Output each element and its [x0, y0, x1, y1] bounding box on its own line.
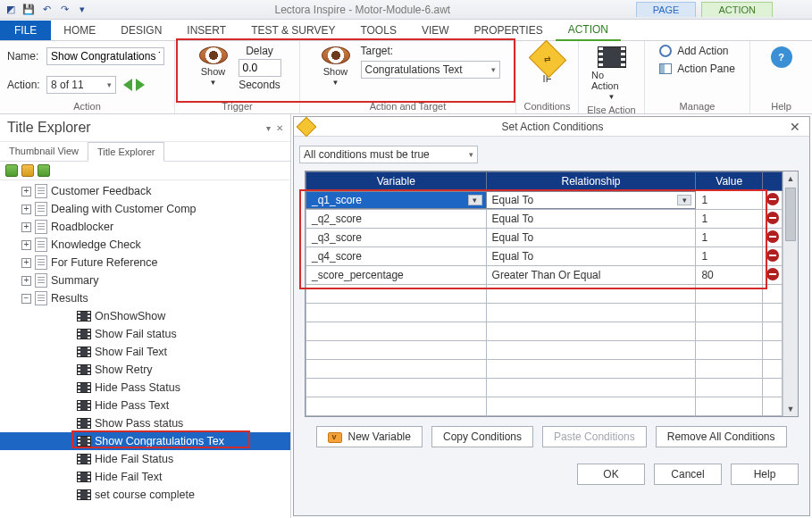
variable-cell[interactable]: _q2_score	[306, 210, 486, 228]
ribbon-tab-tools[interactable]: TOOLS	[347, 21, 408, 40]
ribbon-tab-file[interactable]: FILE	[0, 21, 51, 40]
relationship-cell[interactable]: Equal To	[486, 191, 697, 209]
add-action-button[interactable]: Add Action	[659, 45, 728, 57]
condition-row-empty[interactable]	[306, 360, 783, 379]
ribbon-tab-action[interactable]: ACTION	[556, 20, 621, 41]
tree-action[interactable]: set course complete	[0, 486, 290, 504]
tree-page[interactable]: +Dealing with Customer Comp	[0, 200, 290, 218]
relationship-cell[interactable]: Greater Than Or Equal	[487, 266, 696, 284]
ribbon-tab-test[interactable]: TEST & SURVEY	[239, 21, 347, 40]
relationship-cell[interactable]: Equal To	[487, 247, 696, 265]
expand-icon[interactable]: +	[21, 240, 31, 250]
condition-row-empty[interactable]	[306, 285, 783, 304]
expand-icon[interactable]: −	[21, 294, 31, 304]
expand-icon[interactable]: +	[21, 205, 31, 214]
help-button[interactable]: ?	[766, 45, 798, 70]
tree-action[interactable]: Show Fail status	[0, 325, 290, 343]
expand-icon[interactable]: +	[21, 276, 31, 286]
resource-icon[interactable]	[21, 164, 34, 177]
help-button[interactable]: Help	[731, 464, 799, 485]
condition-row[interactable]: _score_percentage Greater Than Or Equal …	[306, 266, 783, 285]
tree-page[interactable]: +For Future Reference	[0, 254, 290, 272]
value-cell[interactable]: 1	[696, 210, 762, 228]
target-combo[interactable]: Congratulations Text	[361, 61, 500, 79]
action-pane-button[interactable]: Action Pane	[659, 63, 735, 75]
tree[interactable]: +Customer Feedback+Dealing with Customer…	[0, 180, 290, 518]
condition-row-empty[interactable]	[306, 379, 783, 397]
delete-row-icon[interactable]	[766, 193, 779, 205]
tree-page[interactable]: +Roadblocker	[0, 218, 290, 236]
grid-scrollbar[interactable]: ▲ ▼	[783, 171, 798, 416]
condition-row[interactable]: _q1_score Equal To 1	[306, 191, 783, 210]
tree-page[interactable]: +Summary	[0, 272, 290, 289]
value-cell[interactable]: 1	[696, 247, 762, 265]
save-icon[interactable]: 💾	[21, 3, 36, 17]
variable-cell[interactable]: _q1_score	[306, 191, 487, 209]
ok-button[interactable]: OK	[577, 464, 645, 485]
delay-input[interactable]	[239, 59, 281, 77]
context-tab-page[interactable]: PAGE	[636, 2, 697, 17]
next-action-icon[interactable]	[136, 79, 148, 91]
condition-row[interactable]: _q2_score Equal To 1	[306, 210, 783, 229]
tab-thumbnail[interactable]: Thumbnail View	[0, 142, 88, 161]
else-action-button[interactable]: No Action▼	[586, 45, 637, 103]
condition-row[interactable]: _q3_score Equal To 1	[306, 229, 783, 247]
expand-icon[interactable]: +	[21, 187, 31, 196]
condition-row[interactable]: _q4_score Equal To 1	[306, 247, 783, 266]
tab-title-explorer[interactable]: Title Explorer	[88, 142, 164, 162]
tree-page[interactable]: −Results	[0, 289, 290, 307]
undo-icon[interactable]: ↶	[39, 3, 54, 17]
delete-row-icon[interactable]	[766, 212, 779, 224]
value-cell[interactable]: 80	[696, 266, 762, 284]
tree-action[interactable]: Show Fail Text	[0, 343, 290, 361]
ribbon-tab-home[interactable]: HOME	[51, 21, 108, 40]
trigger-show-button[interactable]: Show▼	[194, 45, 233, 88]
cancel-button[interactable]: Cancel	[654, 464, 722, 485]
ribbon-tab-view[interactable]: VIEW	[409, 21, 462, 40]
condition-row-empty[interactable]	[306, 322, 783, 341]
resource-icon[interactable]	[5, 164, 18, 177]
panel-menu-icon[interactable]: ▾ ✕	[266, 123, 283, 133]
redo-icon[interactable]: ↷	[57, 3, 71, 17]
tree-action[interactable]: Hide Pass Status	[0, 379, 290, 397]
tree-page[interactable]: +Customer Feedback	[0, 182, 290, 200]
ribbon-tab-properties[interactable]: PROPERTIES	[462, 21, 556, 40]
copy-conditions-button[interactable]: Copy Conditions	[431, 426, 533, 447]
variable-cell[interactable]: _q3_score	[306, 229, 486, 246]
variable-cell[interactable]: _score_percentage	[306, 266, 486, 284]
expand-icon[interactable]: +	[21, 222, 31, 232]
variable-cell[interactable]: _q4_score	[306, 247, 486, 265]
tree-action[interactable]: OnShowShow	[0, 307, 290, 325]
tree-action[interactable]: Show Retry	[0, 361, 290, 379]
condition-row-empty[interactable]	[306, 304, 783, 322]
name-input[interactable]	[46, 47, 164, 65]
prev-action-icon[interactable]	[120, 79, 132, 91]
value-cell[interactable]: 1	[696, 229, 762, 246]
tree-page[interactable]: +Knowledge Check	[0, 236, 290, 254]
context-tab-action[interactable]: ACTION	[701, 2, 773, 17]
close-icon[interactable]: ✕	[786, 120, 804, 134]
action-show-button[interactable]: Show▼	[316, 45, 356, 88]
tree-action[interactable]: Hide Fail Text	[0, 468, 290, 486]
tree-action[interactable]: Hide Pass Text	[0, 397, 290, 414]
expand-icon[interactable]: +	[21, 258, 31, 268]
delete-row-icon[interactable]	[766, 268, 779, 280]
tree-action[interactable]: Hide Fail Status	[0, 450, 290, 468]
ribbon-tab-insert[interactable]: INSERT	[174, 21, 239, 40]
condition-row-empty[interactable]	[306, 397, 783, 416]
relationship-cell[interactable]: Equal To	[487, 210, 696, 228]
condition-mode-combo[interactable]: All conditions must be true	[299, 146, 478, 163]
delete-row-icon[interactable]	[766, 249, 779, 262]
remove-all-conditions-button[interactable]: Remove All Conditions	[656, 426, 787, 447]
qat-more-icon[interactable]: ▾	[75, 3, 89, 17]
scroll-down-icon[interactable]: ▼	[783, 402, 798, 416]
value-cell[interactable]: 1	[696, 191, 762, 209]
condition-row-empty[interactable]	[306, 341, 783, 360]
delete-row-icon[interactable]	[766, 230, 779, 243]
resource-icon[interactable]	[38, 164, 50, 177]
scroll-up-icon[interactable]: ▲	[783, 171, 798, 186]
new-variable-button[interactable]: New Variable	[316, 426, 422, 447]
if-button[interactable]: ⇄IF	[528, 45, 567, 86]
action-index-combo[interactable]: 8 of 11	[46, 76, 116, 94]
ribbon-tab-design[interactable]: DESIGN	[108, 21, 174, 40]
